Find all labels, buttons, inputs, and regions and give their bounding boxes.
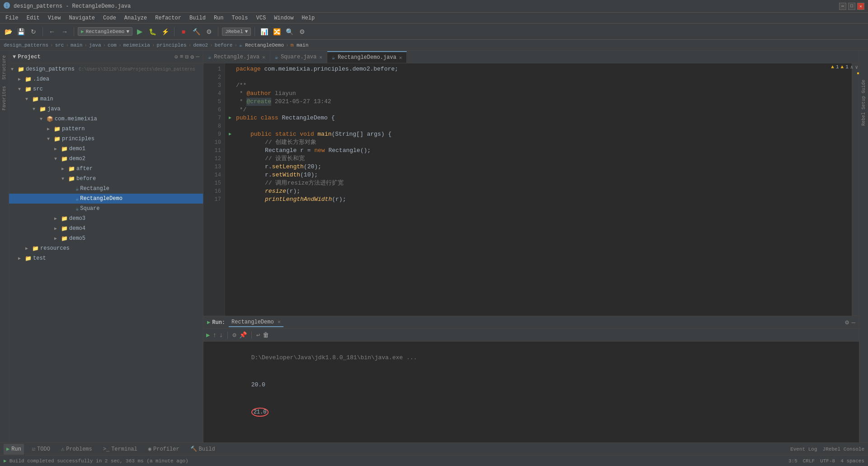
tree-item-pattern[interactable]: ▶ 📁 pattern xyxy=(9,124,203,134)
project-settings-icon[interactable]: ⚙ xyxy=(190,53,194,61)
tab-close-rectangledemo[interactable]: ✕ xyxy=(399,55,402,61)
tab-square[interactable]: ☕ Square.java ✕ xyxy=(270,51,327,63)
breadcrumb-src[interactable]: src xyxy=(55,43,64,48)
tree-item-rectangledemo[interactable]: ☕ RectangleDemo xyxy=(9,194,203,204)
toolbar-git[interactable]: 🔀 xyxy=(271,26,282,37)
line-ending[interactable]: CRLF xyxy=(803,458,815,464)
app-tab-problems[interactable]: ⚠ Problems xyxy=(58,444,95,455)
project-locate-icon[interactable]: ⊙ xyxy=(175,53,178,61)
scroll-up-button[interactable]: ↑ xyxy=(212,332,216,339)
clear-console-button[interactable]: 🗑 xyxy=(263,332,269,339)
breadcrumb-rectangledemo[interactable]: ☕ RectangleDemo xyxy=(239,42,284,48)
menu-edit[interactable]: Edit xyxy=(23,14,43,22)
breadcrumb-principles[interactable]: principles xyxy=(157,43,187,48)
tree-item-main[interactable]: ▼ 📁 main xyxy=(9,94,203,104)
menu-file[interactable]: File xyxy=(2,14,22,22)
project-collapse-icon[interactable]: ⊟ xyxy=(185,53,189,61)
pin-tab-button[interactable]: 📌 xyxy=(239,331,247,339)
menu-window[interactable]: Window xyxy=(270,14,297,22)
scroll-down-icon[interactable]: ∨ xyxy=(855,64,858,70)
soft-wrap-button[interactable]: ↩ xyxy=(256,331,260,339)
tree-item-java[interactable]: ▼ 📁 java xyxy=(9,104,203,114)
scroll-up-icon[interactable]: ∧ xyxy=(850,64,854,70)
cursor-position[interactable]: 3:5 xyxy=(788,458,797,464)
toolbar-build-project[interactable]: 🔨 xyxy=(191,26,202,37)
tree-item-idea[interactable]: ▶ 📁 .idea xyxy=(9,74,203,84)
menu-vcs[interactable]: VCS xyxy=(253,14,270,22)
tab-run-close[interactable]: ✕ xyxy=(278,319,281,325)
toolbar-refresh[interactable]: ↻ xyxy=(28,26,39,37)
tree-item-resources[interactable]: ▶ 📁 resources xyxy=(9,243,203,253)
run-config-dropdown[interactable]: ▶ RectangleDemo ▼ xyxy=(78,27,132,36)
tree-item-demo1[interactable]: ▶ 📁 demo1 xyxy=(9,144,203,154)
scroll-down-button[interactable]: ↓ xyxy=(219,332,223,339)
menu-build[interactable]: Build xyxy=(186,14,209,22)
menu-analyze[interactable]: Analyze xyxy=(121,14,151,22)
toolbar-search-everywhere[interactable]: 🔍 xyxy=(284,26,295,37)
tab-rectangle[interactable]: ☕ Rectangle.java ✕ xyxy=(203,51,270,63)
app-tab-todo[interactable]: ☑ TODO xyxy=(29,444,53,455)
tree-item-root[interactable]: ▼ 📁 design_patterns C:\Users\32120\IdeaP… xyxy=(9,64,203,74)
tree-item-principles[interactable]: ▼ 📁 principles xyxy=(9,134,203,144)
jrebel-dropdown[interactable]: JRebel ▼ xyxy=(222,28,251,36)
maximize-button[interactable]: □ xyxy=(848,3,855,10)
project-minimize-icon[interactable]: — xyxy=(196,53,199,61)
menu-refactor[interactable]: Refactor xyxy=(151,14,185,22)
breadcrumb-meimeixia[interactable]: meimeixia xyxy=(123,43,150,48)
code-content[interactable]: package com.meimeixia.principles.demo2.b… xyxy=(225,63,852,316)
toolbar-stop[interactable]: ■ xyxy=(178,26,189,37)
jrebel-console-link[interactable]: JRebel Console xyxy=(823,447,864,452)
tab-close-rectangle[interactable]: ✕ xyxy=(262,54,265,60)
minimize-panel-icon[interactable]: — xyxy=(852,319,855,326)
tree-item-demo5[interactable]: ▶ 📁 demo5 xyxy=(9,233,203,243)
breadcrumb-main-method[interactable]: m main xyxy=(291,43,309,48)
tree-item-com[interactable]: ▼ 📦 com.meimeixia xyxy=(9,114,203,124)
tree-item-before[interactable]: ▼ 📁 before xyxy=(9,174,203,184)
toolbar-open-file[interactable]: 📂 xyxy=(3,26,14,37)
menu-tools[interactable]: Tools xyxy=(228,14,252,22)
event-log-link[interactable]: Event Log xyxy=(790,447,817,452)
app-tab-profiler[interactable]: ◉ Profiler xyxy=(146,444,182,455)
rebel-setup-guide-tab[interactable]: Rebel Setup Guide xyxy=(860,78,867,128)
file-charset[interactable]: UTF-8 xyxy=(820,458,835,464)
breadcrumb-before[interactable]: before xyxy=(215,43,233,48)
run-button[interactable]: ▶ xyxy=(134,26,145,37)
toolbar-settings[interactable]: ⚙ xyxy=(297,26,307,37)
indent-settings[interactable]: 4 spaces xyxy=(840,458,864,464)
breadcrumb-demo2[interactable]: demo2 xyxy=(193,43,208,48)
toolbar-back[interactable]: ← xyxy=(47,26,57,37)
app-tab-build[interactable]: 🔨 Build xyxy=(188,444,218,455)
tree-item-demo3[interactable]: ▶ 📁 demo3 xyxy=(9,214,203,223)
tree-item-src[interactable]: ▼ 📁 src xyxy=(9,84,203,94)
project-expand-icon[interactable]: ≡ xyxy=(180,53,184,61)
settings-icon[interactable]: ⚙ xyxy=(845,319,849,326)
menu-view[interactable]: View xyxy=(44,14,65,22)
app-tab-terminal[interactable]: >_ Terminal xyxy=(100,444,140,455)
tree-item-demo4[interactable]: ▶ 📁 demo4 xyxy=(9,223,203,233)
tree-item-demo2[interactable]: ▼ 📁 demo2 xyxy=(9,154,203,164)
breadcrumb-java[interactable]: java xyxy=(89,43,101,48)
breadcrumb-com[interactable]: com xyxy=(108,43,117,48)
toolbar-profile[interactable]: 📊 xyxy=(259,26,269,37)
minimize-button[interactable]: — xyxy=(839,3,846,10)
run-with-coverage[interactable]: ⚡ xyxy=(160,26,170,37)
tab-close-square[interactable]: ✕ xyxy=(319,54,322,60)
window-controls[interactable]: — □ ✕ xyxy=(839,3,864,10)
menu-run[interactable]: Run xyxy=(210,14,227,22)
code-editor[interactable]: 1 2 3 4 5 6 7 8 9 10 11 12 13 14 15 16 1 xyxy=(203,63,859,316)
tree-item-rectangle[interactable]: ☕ Rectangle xyxy=(9,184,203,194)
tab-rectangledemo[interactable]: ☕ RectangleDemo.java ✕ xyxy=(327,51,407,63)
close-button[interactable]: ✕ xyxy=(857,3,864,10)
menu-code[interactable]: Code xyxy=(99,14,120,22)
breadcrumb-design-patterns[interactable]: design_patterns xyxy=(4,43,48,48)
menu-help[interactable]: Help xyxy=(298,14,318,22)
run-again-button[interactable]: ▶ xyxy=(206,331,210,339)
tree-item-after[interactable]: ▶ 📁 after xyxy=(9,164,203,174)
toolbar-forward[interactable]: → xyxy=(59,26,70,37)
settings-run-button[interactable]: ⚙ xyxy=(232,331,236,339)
tree-item-test[interactable]: ▶ 📁 test xyxy=(9,253,203,263)
toolbar-rebuild[interactable]: ⚙ xyxy=(203,26,214,37)
tab-run-rectangledemo[interactable]: RectangleDemo ✕ xyxy=(229,318,283,327)
debug-button[interactable]: 🐛 xyxy=(147,26,158,37)
favorites-tab[interactable]: Favorites xyxy=(1,83,8,113)
